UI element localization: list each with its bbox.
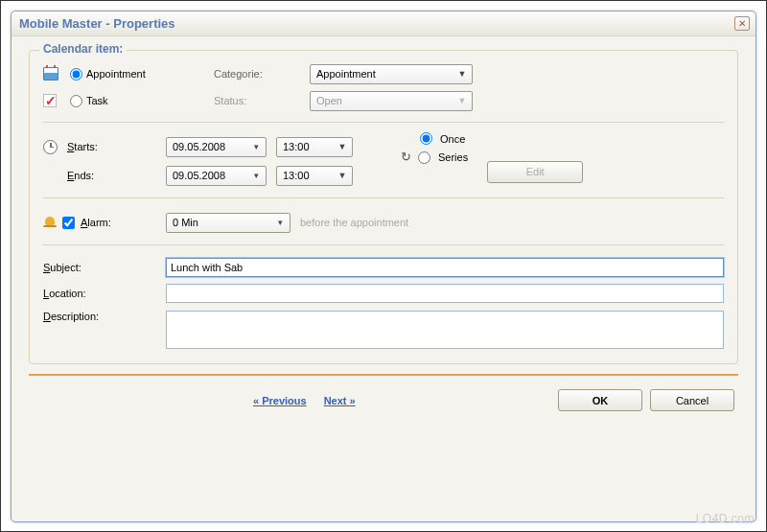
task-icon [43,94,57,107]
task-radio-label: Task [86,95,108,106]
series-radio[interactable] [418,151,430,164]
cancel-button[interactable]: Cancel [650,389,734,411]
appointment-radio-label: Appointment [86,68,146,80]
status-label: Status: [214,95,310,106]
description-input[interactable] [166,311,724,349]
ends-label: Ends: [63,170,94,181]
properties-window: Mobile Master - Properties ✕ Calendar it… [11,11,756,522]
clock-icon [43,140,58,154]
end-date-dropdown[interactable]: 09.05.2008 ▾ [166,166,267,186]
start-date-dropdown[interactable]: 09.05.2008 ▾ [166,137,267,157]
end-time-dropdown[interactable]: 13:00 ▼ [276,166,353,186]
subject-input[interactable] [166,258,724,277]
chevron-down-icon: ▼ [335,142,350,151]
task-radio[interactable] [70,95,82,107]
close-icon: ✕ [738,18,746,29]
bell-icon [43,216,57,229]
start-time-dropdown[interactable]: 13:00 ▼ [276,137,353,157]
chevron-down-icon: ▾ [248,171,264,180]
alarm-dropdown[interactable]: 0 Min ▾ [166,213,291,233]
edit-button[interactable]: Edit [487,161,583,183]
separator [43,244,724,245]
chevron-down-icon: ▼ [335,171,350,180]
chevron-down-icon: ▼ [454,96,470,105]
chevron-down-icon: ▾ [248,142,264,151]
alarm-label: Alarm: [81,217,111,228]
before-appointment-text: before the appointment [300,217,408,228]
once-radio[interactable] [420,132,432,145]
calendar-icon [43,67,58,81]
window-title: Mobile Master - Properties [17,16,175,31]
separator [43,197,724,198]
status-dropdown: Open ▼ [310,91,473,111]
next-link[interactable]: Next » [324,395,356,406]
chevron-down-icon: ▾ [272,218,288,227]
series-radio-label: Series [438,151,468,163]
titlebar: Mobile Master - Properties ✕ [12,12,755,36]
alarm-checkbox[interactable] [62,217,75,229]
subject-label: Subject: [43,262,166,273]
separator [43,122,724,123]
fieldset-legend: Calendar item: [39,42,127,56]
categorie-dropdown[interactable]: Appointment ▼ [310,64,473,84]
location-input[interactable] [166,284,724,303]
once-radio-label: Once [440,133,465,145]
description-label: Description: [43,311,166,322]
previous-link[interactable]: « Previous [253,395,307,406]
series-icon: ↻ [401,150,414,164]
chevron-down-icon: ▼ [454,69,470,79]
starts-label: Starts: [63,141,98,152]
categorie-label: Categorie: [214,68,310,80]
location-label: Location: [43,288,166,299]
ok-button[interactable]: OK [558,389,642,411]
calendar-item-fieldset: Calendar item: Appointment Categorie: Ap… [29,50,738,364]
appointment-radio[interactable] [70,68,82,81]
watermark: LO4D.com [696,512,755,525]
close-button[interactable]: ✕ [734,16,750,31]
orange-separator [29,374,738,376]
